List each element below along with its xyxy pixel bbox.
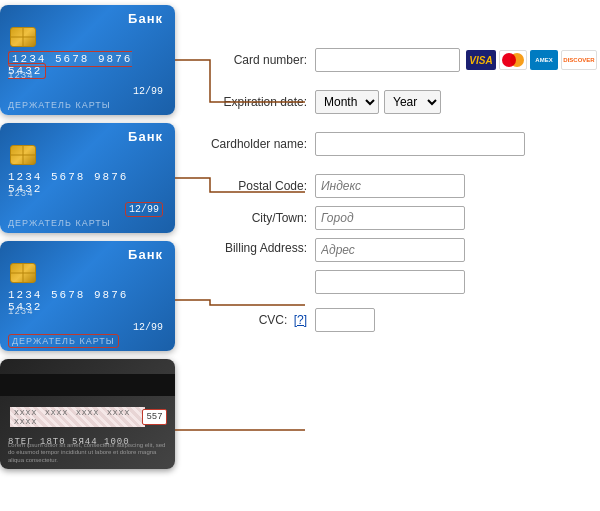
card-back-signature-strip: XXXX XXXX XXXX XXXX XXXX bbox=[10, 407, 145, 427]
card-bank-name-1: Банк bbox=[128, 11, 163, 26]
card-number-row: Card number: VISA AMEX DISCOVER bbox=[200, 48, 600, 72]
postal-code-input[interactable] bbox=[315, 174, 465, 198]
form-column: Card number: VISA AMEX DISCOVER Expirati… bbox=[195, 0, 600, 469]
card-expiry-highlight: 12/99 bbox=[125, 202, 163, 217]
month-select[interactable]: Month 010203 040506 070809 101112 bbox=[315, 90, 379, 114]
card-holder-highlight: ДЕРЖАТЕЛЬ КАРТЫ bbox=[8, 334, 119, 348]
card-back-sig-text: XXXX XXXX XXXX XXXX XXXX bbox=[14, 408, 145, 426]
amex-icon: AMEX bbox=[530, 50, 558, 70]
card-holder-1: ДЕРЖАТЕЛЬ КАРТЫ bbox=[8, 100, 111, 110]
postal-code-row: Postal Code: bbox=[200, 174, 600, 198]
card-expiry-illustration: Банк 1234 5678 9876 5432 1234 12/99 ДЕРЖ… bbox=[0, 123, 175, 233]
postal-code-label: Postal Code: bbox=[200, 179, 315, 193]
card-chip-3 bbox=[10, 263, 36, 283]
card-back-cvc: 557 bbox=[142, 409, 167, 425]
card-number-label: Card number: bbox=[200, 53, 315, 67]
card-bank-name-2: Банк bbox=[128, 129, 163, 144]
card-line2-1: 1234 bbox=[8, 71, 34, 81]
expiry-selects: Month 010203 040506 070809 101112 Year 2… bbox=[315, 90, 441, 114]
card-expiry-3: 12/99 bbox=[133, 322, 163, 333]
cards-column: Банк 1234 5678 9876 5432 1234 12/99 ДЕРЖ… bbox=[0, 0, 195, 469]
billing-address-row: Billing Address: bbox=[200, 238, 600, 294]
card-number-illustration: Банк 1234 5678 9876 5432 1234 12/99 ДЕРЖ… bbox=[0, 5, 175, 115]
cvc-input[interactable] bbox=[315, 308, 375, 332]
discover-icon: DISCOVER bbox=[561, 50, 597, 70]
expiration-date-label: Expiration date: bbox=[200, 95, 315, 109]
card-icons-group: VISA AMEX DISCOVER bbox=[466, 50, 597, 70]
card-number-input[interactable] bbox=[315, 48, 460, 72]
card-chip-1 bbox=[10, 27, 36, 47]
year-select[interactable]: Year 202420252026 202720282029 2030 bbox=[384, 90, 441, 114]
mastercard-icon bbox=[499, 50, 527, 70]
card-back-stripe bbox=[0, 374, 175, 396]
card-holder-illustration: Банк 1234 5678 9876 5432 1234 12/99 ДЕРЖ… bbox=[0, 241, 175, 351]
expiration-date-row: Expiration date: Month 010203 040506 070… bbox=[200, 90, 600, 114]
billing-address-input-2[interactable] bbox=[315, 270, 465, 294]
visa-icon: VISA bbox=[466, 50, 496, 70]
billing-address-input-1[interactable] bbox=[315, 238, 465, 262]
city-label: City/Town: bbox=[200, 211, 315, 225]
cvc-row: CVC: [?] bbox=[200, 308, 600, 332]
card-back-illustration: XXXX XXXX XXXX XXXX XXXX 557 8ТЕГ 18Т0 5… bbox=[0, 359, 175, 469]
card-holder-2: ДЕРЖАТЕЛЬ КАРТЫ bbox=[8, 218, 111, 228]
billing-address-label: Billing Address: bbox=[200, 238, 315, 255]
card-bank-name-3: Банк bbox=[128, 247, 163, 262]
card-holder-3: ДЕРЖАТЕЛЬ КАРТЫ bbox=[8, 336, 119, 346]
cardholder-name-row: Cardholder name: bbox=[200, 132, 600, 156]
card-expiry-1: 12/99 bbox=[133, 86, 163, 97]
card-back-smalltext: Lorem ipsum dolor sit amet, consectetur … bbox=[8, 442, 167, 465]
cardholder-name-label: Cardholder name: bbox=[200, 137, 315, 151]
cardholder-name-input[interactable] bbox=[315, 132, 525, 156]
card-chip-2 bbox=[10, 145, 36, 165]
city-input[interactable] bbox=[315, 206, 465, 230]
card-line2-3: 1234 bbox=[8, 307, 34, 317]
payment-form-container: Банк 1234 5678 9876 5432 1234 12/99 ДЕРЖ… bbox=[0, 0, 600, 469]
cvc-label: CVC: [?] bbox=[200, 313, 315, 327]
city-row: City/Town: bbox=[200, 206, 600, 230]
card-expiry-2: 12/99 bbox=[125, 204, 163, 215]
billing-address-inputs bbox=[315, 238, 465, 294]
cvc-help-link[interactable]: [?] bbox=[294, 313, 307, 327]
card-line2-2: 1234 bbox=[8, 189, 34, 199]
